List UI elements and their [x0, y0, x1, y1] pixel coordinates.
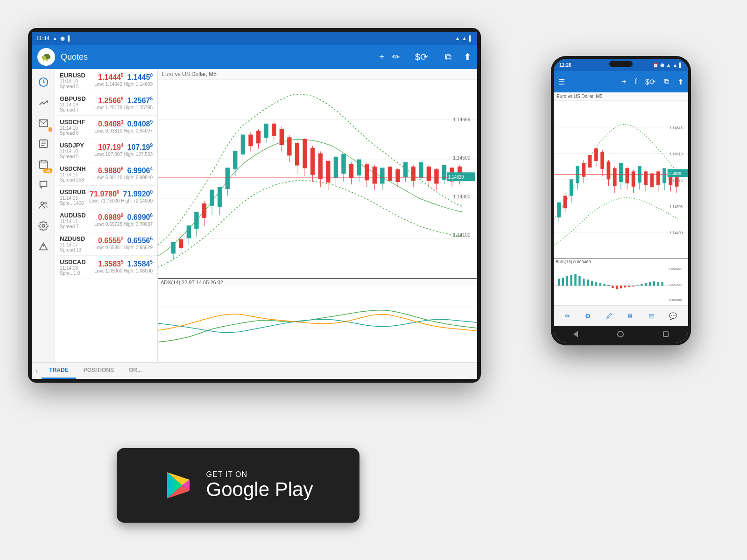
sidebar-icon-news[interactable] [34, 134, 53, 153]
phone-dollar-icon[interactable]: $⟳ [645, 77, 655, 86]
quote-item[interactable]: USDJPY 11:14:10 Spread 5 107.194 107.199… [55, 139, 157, 162]
phone-monitor-icon[interactable]: 🖥 [627, 312, 634, 320]
sidebar-icon-chat[interactable] [34, 175, 53, 194]
quote-symbol: EURUSD [60, 72, 85, 79]
phone-bulls-chart: Bulls(13) 0.000469 0.001960 0.000000 -0.… [554, 259, 688, 305]
candle-34 [427, 165, 430, 187]
phone-plus-icon[interactable]: + [622, 77, 626, 86]
dollar-icon[interactable]: $⟳ [415, 51, 428, 63]
tab-trade[interactable]: TRADE [42, 363, 76, 379]
quote-item[interactable]: USDRUB 11:14:05 Spre...1400 71.97800 71.… [55, 186, 157, 209]
edit-icon[interactable]: ✏ [392, 51, 400, 63]
bulls-bar-17 [649, 282, 651, 286]
phone-home-button[interactable] [617, 331, 624, 337]
bulls-bar-14 [636, 285, 638, 286]
phone-signal-icon: ▲ [673, 63, 677, 68]
phone-candle-13 [632, 170, 635, 193]
tab-positions[interactable]: POSITIONS [76, 363, 121, 379]
candle-22 [334, 157, 338, 187]
phone-recent-button[interactable] [663, 331, 669, 337]
quote-time: 11:14:07 [60, 242, 85, 247]
bottom-tab-bar: ‹ TRADE POSITIONS OR... [32, 362, 477, 379]
phone-settings2-icon[interactable]: ⚙ [585, 312, 591, 320]
phone-time: 11:26 [559, 63, 571, 68]
quote-ask: 1.25675 [127, 96, 153, 105]
quote-item[interactable]: USDCAD 11:14:08 Spre...1.0 1.35835 1.358… [55, 256, 157, 279]
bulls-bar-3 [566, 276, 568, 286]
main-chart-canvas[interactable]: 1.14669 1.14500 1.14300 1.14100 1.14529 … [158, 80, 477, 278]
status-bar-left: 11:14 ▲ ◉ ▌ [36, 35, 71, 42]
candle-30 [396, 168, 400, 187]
svg-rect-49 [288, 138, 291, 155]
svg-rect-55 [310, 148, 314, 175]
app-logo[interactable]: 🐢 [37, 48, 55, 66]
quote-item[interactable]: NZDUSD 11:14:07 Spread 13 0.65552 0.6556… [55, 232, 157, 256]
quote-time: 11:14:10 [60, 126, 85, 131]
quote-item[interactable]: USDCNH 11:14:11 Spread 258 6.98806 6.990… [55, 162, 157, 186]
svg-rect-130 [644, 172, 648, 185]
quote-time: 11:14:11 [60, 172, 86, 177]
quote-item[interactable]: EURUSD 11:14:10 Spread 5 1.14445 1.14450… [55, 69, 157, 92]
phone-back-button[interactable] [573, 331, 578, 337]
phone-menu-icon[interactable]: ☰ [558, 77, 565, 86]
bulls-y-2: 0.000000 [669, 283, 682, 286]
candle-21 [326, 160, 330, 190]
phone-copy-icon[interactable]: ⧉ [664, 77, 669, 86]
sidebar-icon-vip[interactable] [34, 237, 53, 256]
phone-pencil-icon[interactable]: ✏ [565, 312, 571, 320]
sidebar-icon-mail[interactable]: ! [34, 114, 53, 133]
phone-candle-7 [595, 147, 598, 167]
sidebar-icon-quotes[interactable] [34, 73, 53, 91]
bulls-bar-neg-3 [620, 286, 622, 288]
svg-rect-21 [179, 239, 183, 248]
export-icon[interactable]: ⬆ [464, 51, 472, 63]
bollinger-upper [158, 94, 463, 245]
bulls-bar-12 [603, 284, 605, 286]
tab-arrow[interactable]: ‹ [32, 367, 42, 375]
quote-ask: 0.94089 [127, 119, 153, 128]
phone-function-icon[interactable]: f [635, 77, 637, 86]
candle-29 [388, 165, 392, 187]
phone-pen-icon[interactable]: 🖊 [606, 312, 613, 320]
phone-notch [609, 61, 633, 67]
quote-item[interactable]: USDCHF 11:14:10 Spread 8 0.94081 0.94089… [55, 116, 157, 139]
sidebar-icon-chart[interactable] [34, 93, 53, 112]
svg-rect-31 [218, 187, 222, 206]
quote-item[interactable]: GBPUSD 11:14:09 Spread 7 1.25668 1.25675… [55, 92, 157, 116]
svg-rect-102 [557, 203, 561, 217]
google-play-badge[interactable]: GET IT ON Google Play [117, 448, 359, 523]
candlestick-chart: 1.14669 1.14500 1.14300 1.14100 1.14529 [158, 80, 477, 278]
quote-item[interactable]: AUDUSD 11:14:11 Spread 7 0.69899 0.69906… [55, 209, 157, 232]
sidebar-icon-community[interactable] [34, 196, 53, 215]
add-icon[interactable]: + [379, 52, 385, 63]
phone-alarm-icon: ⏰ [653, 63, 658, 68]
svg-point-12 [42, 224, 45, 227]
phone-toolbar: ☰ + f $⟳ ⧉ ⬆ [554, 71, 688, 92]
candle-2 [179, 234, 183, 253]
toolbar-title: Quotes [61, 52, 374, 62]
phone-grid-icon[interactable]: ▦ [648, 312, 655, 320]
bulls-bar-16 [645, 283, 647, 286]
svg-rect-51 [295, 143, 299, 165]
sidebar-icon-calendar[interactable]: Ads [34, 155, 53, 174]
phone-export-icon[interactable]: ⬆ [677, 77, 684, 86]
svg-rect-73 [381, 168, 384, 183]
notification-icon: ▲ [52, 35, 57, 41]
google-play-logo [163, 469, 197, 502]
phone-main-chart[interactable]: 1.14645 1.14610 1.14575 1.14505 1.14400 … [554, 101, 688, 259]
bulls-bar-9 [591, 281, 593, 286]
play-google-play: Google Play [206, 479, 313, 500]
phone-candle-16 [650, 172, 654, 194]
candle-1 [171, 242, 175, 259]
phone-y-5: 1.14400 [669, 230, 683, 235]
candle-31 [403, 162, 407, 182]
phone-chat2-icon[interactable]: 💬 [669, 312, 677, 320]
tablet-toolbar: 🐢 Quotes + ✏ $⟳ ⧉ ⬆ [32, 45, 477, 69]
quote-ask: 1.35845 [127, 259, 153, 268]
svg-rect-124 [626, 168, 629, 183]
copy-icon[interactable]: ⧉ [445, 52, 451, 63]
tab-orders[interactable]: OR... [121, 363, 149, 379]
candle-4 [195, 212, 198, 237]
sidebar-icon-settings[interactable] [34, 217, 53, 235]
svg-rect-35 [233, 151, 237, 169]
